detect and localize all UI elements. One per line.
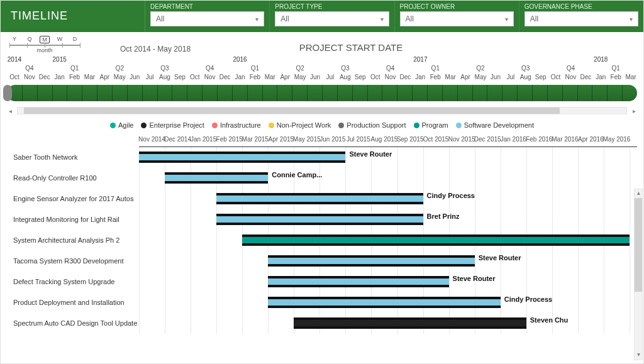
gantt-bar[interactable]: Cindy Process [268,297,500,308]
timeline-start-handle[interactable] [3,85,12,101]
filter-governance-phase-select[interactable]: All ▾ [525,11,638,26]
quarter-label: Q2 [296,65,304,72]
zoom-level-w[interactable]: W [55,36,65,43]
gantt-month-label: Jan 2016 [501,136,526,143]
gantt-month-label: Jul 2015 [347,136,370,143]
horizontal-scrollbar[interactable]: ◂ ▸ [1,105,643,116]
quarter-label: Q4 [206,65,214,72]
legend-swatch [269,123,274,128]
gantt-month-label: Nov 2015 [448,136,475,143]
legend-label: Software Development [464,121,534,129]
filter-project-type-select[interactable]: All ▾ [275,11,389,26]
filter-project-owner-select[interactable]: All ▾ [400,11,514,26]
quarter-label: Q1 [70,65,79,72]
month-label: Dec [219,74,231,80]
gantt-month-label: Mar 2016 [552,136,578,143]
month-label: Apr [100,74,110,80]
filter-value: All [530,14,538,23]
zoom-level-d[interactable]: D [70,36,80,43]
gantt-row: Bret Prinz [139,209,637,230]
task-label: System Architectural Analysis Ph 2 [13,230,139,251]
month-label: Oct [551,74,561,80]
gantt-month-label: Apr 2016 [578,136,604,143]
filter-value: All [280,14,289,23]
gantt-month-label: Mar 2015 [242,136,269,143]
gantt-bar[interactable]: Connie Camp... [165,172,268,184]
legend-item[interactable]: Production Support [338,121,406,129]
timeline-band[interactable] [7,85,637,101]
gantt-bar[interactable] [242,234,630,246]
gantt-bar[interactable]: Steve Router [139,152,345,163]
gantt-chart: Saber Tooth NetworkRead-Only Controller … [1,133,643,334]
month-label: Feb [69,74,80,80]
gantt-bar[interactable]: Cindy Process [216,193,423,204]
scroll-down-icon[interactable]: ▾ [635,351,642,360]
legend-item[interactable]: Enterprise Project [141,121,204,129]
legend-item[interactable]: Infrastructure [212,121,261,129]
legend-swatch [212,123,218,128]
zoom-level-y[interactable]: Y [9,36,19,43]
year-label: 2016 [233,56,247,63]
legend-label: Agile [118,121,133,129]
quarter-label: Q3 [341,65,349,72]
legend-label: Infrastructure [220,121,261,129]
legend-item[interactable]: Agile [110,121,133,129]
zoom-level-q[interactable]: Q [25,36,35,43]
scroll-up-icon[interactable]: ▴ [635,189,642,198]
month-label: Aug [340,74,351,80]
filter-department-select[interactable]: All ▾ [150,11,264,26]
task-label: Tacoma System R300 Development [13,251,139,272]
gantt-row: Cindy Process [139,292,637,313]
date-range-text: Oct 2014 - May 2018 [120,45,191,53]
gantt-row: Steve Router [139,251,637,272]
filter-label: GOVERNANCE PHASE [525,3,638,10]
quarter-label: Q2 [476,65,484,72]
month-label: Dec [580,74,591,80]
quarter-label: Q1 [431,65,440,72]
gantt-bar[interactable]: Bret Prinz [216,214,423,225]
month-label: Dec [400,74,411,80]
gantt-bar[interactable]: Steve Router [268,276,448,287]
gantt-month-label: May 2015 [293,136,321,143]
gantt-month-label: Oct 2015 [423,136,449,143]
month-label: Jun [310,74,320,80]
app-title: TIMELINE [1,1,145,32]
month-label: Nov [204,74,216,80]
task-label: Integrated Monitoring for Light Rail [13,209,139,230]
header-bar: TIMELINE DEPARTMENT All ▾ PROJECT TYPE A… [1,1,643,32]
task-label: Defect Tracking System Upgrade [13,272,139,292]
month-label: Mar [445,74,456,80]
month-label: Apr [280,74,290,80]
zoom-control[interactable]: YQMWD month [7,36,82,53]
month-label: Apr [460,74,470,80]
month-label: Sep [535,74,547,80]
month-label: Nov [24,74,35,80]
month-label: Mar [625,74,636,80]
task-label: Saber Tooth Network [13,147,139,168]
month-label: Jul [146,74,154,80]
month-label: Oct [190,74,200,80]
filter-label: PROJECT TYPE [275,3,389,10]
gantt-bar[interactable]: Steven Chu [294,317,526,329]
filter-value: All [156,14,164,23]
quarter-label: Q3 [521,65,530,72]
gantt-row [139,230,637,251]
legend-item[interactable]: Program [414,121,448,129]
legend-swatch [456,123,462,128]
chevron-down-icon: ▾ [255,16,258,23]
legend-swatch [414,123,419,128]
scroll-right-icon[interactable]: ▸ [630,108,638,114]
zoom-row: YQMWD month Oct 2014 - May 2018 PROJECT … [1,32,643,53]
scroll-left-icon[interactable]: ◂ [6,108,14,114]
gantt-bar[interactable]: Steve Router [268,255,474,267]
vertical-scrollbar[interactable]: ▴ ▾ [634,189,643,360]
filter-label: PROJECT OWNER [400,3,514,10]
legend-label: Production Support [347,121,406,129]
legend-item[interactable]: Software Development [456,121,534,129]
legend-label: Program [422,121,448,129]
month-label: Feb [611,74,621,80]
gantt-month-label: Aug 2015 [371,136,398,143]
chevron-down-icon: ▾ [630,16,633,23]
legend-item[interactable]: Non-Project Work [269,121,331,129]
gantt-month-label: Feb 2015 [216,136,243,143]
